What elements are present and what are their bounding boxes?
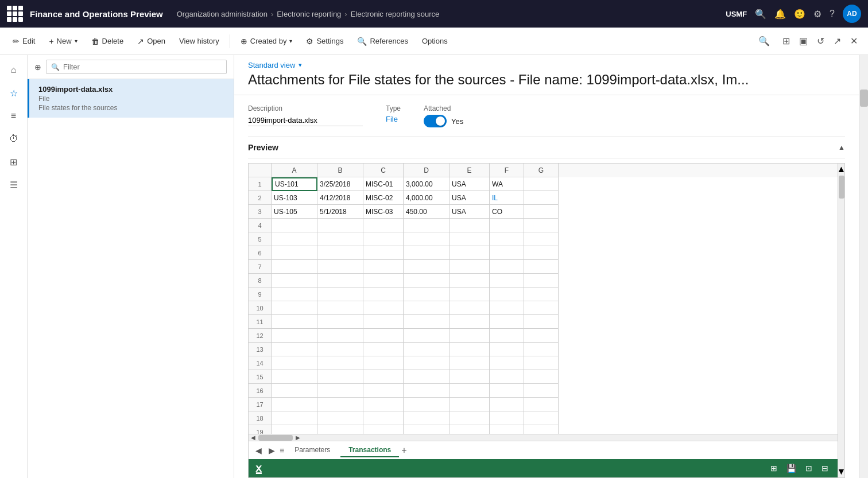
ss-cell[interactable] <box>490 232 524 246</box>
excel-expand-btn[interactable]: ⊡ <box>803 463 815 474</box>
right-scrollbar[interactable] <box>859 55 868 478</box>
ss-cell[interactable] <box>317 411 363 425</box>
ss-cell[interactable] <box>404 398 450 411</box>
ss-cell[interactable]: MISC-02 <box>363 191 404 205</box>
hscroll-right-btn[interactable]: ▶ <box>296 434 300 441</box>
ss-cell[interactable] <box>524 384 559 398</box>
ss-cell[interactable]: 3/25/2018 <box>317 177 363 191</box>
ss-cell[interactable] <box>524 287 559 301</box>
ss-cell[interactable]: MISC-03 <box>363 205 404 219</box>
ss-cell[interactable] <box>524 329 559 343</box>
ss-cell[interactable] <box>490 329 524 343</box>
ss-cell[interactable] <box>450 287 490 301</box>
ss-cell[interactable] <box>490 411 524 425</box>
ss-cell[interactable] <box>317 329 363 343</box>
smiley-icon[interactable]: 🙂 <box>794 9 805 20</box>
created-by-button[interactable]: ⊕ Created by ▾ <box>235 34 299 48</box>
sheet-tab-add-btn[interactable]: + <box>401 445 406 456</box>
ss-cell[interactable] <box>363 356 404 370</box>
ss-cell[interactable] <box>404 260 450 274</box>
ss-cell[interactable] <box>450 370 490 384</box>
type-value[interactable]: File <box>386 115 401 123</box>
ss-cell[interactable] <box>363 287 404 301</box>
col-header-C[interactable]: C <box>363 164 404 177</box>
ss-cell[interactable] <box>363 398 404 411</box>
ss-cell[interactable] <box>317 232 363 246</box>
right-scroll-thumb[interactable] <box>860 90 868 107</box>
ss-cell[interactable] <box>272 315 317 329</box>
attached-toggle[interactable] <box>424 115 447 127</box>
ss-cell[interactable] <box>317 287 363 301</box>
help-icon[interactable]: ? <box>830 9 835 19</box>
ss-cell[interactable] <box>524 425 559 434</box>
col-header-F[interactable]: F <box>490 164 524 177</box>
ss-cell[interactable] <box>363 232 404 246</box>
grid-icon[interactable]: ⊞ <box>3 151 24 172</box>
ss-cell[interactable] <box>363 343 404 356</box>
ss-cell[interactable] <box>363 274 404 287</box>
ss-cell[interactable] <box>404 356 450 370</box>
ss-cell[interactable] <box>404 370 450 384</box>
ss-cell[interactable] <box>450 356 490 370</box>
tasks-icon[interactable]: ☰ <box>3 174 24 195</box>
view-history-button[interactable]: View history <box>173 34 225 48</box>
ss-cell[interactable] <box>490 425 524 434</box>
sheet-nav-next-btn[interactable]: ▶ <box>266 445 277 456</box>
toolbar-search-button[interactable]: 🔍 <box>754 33 774 49</box>
ss-cell[interactable]: WA <box>490 177 524 191</box>
ss-cell[interactable] <box>524 177 559 191</box>
ss-cell[interactable] <box>272 398 317 411</box>
ss-cell[interactable] <box>317 398 363 411</box>
breadcrumb-item-1[interactable]: Organization administration <box>177 10 268 18</box>
col-header-E[interactable]: E <box>450 164 490 177</box>
breadcrumb-item-2[interactable]: Electronic reporting <box>277 10 341 18</box>
ss-cell[interactable] <box>404 219 450 232</box>
ss-cell[interactable] <box>317 301 363 315</box>
ss-cell[interactable] <box>524 411 559 425</box>
ss-cell[interactable] <box>404 343 450 356</box>
ss-cell[interactable] <box>524 343 559 356</box>
ss-cell[interactable] <box>272 384 317 398</box>
ss-cell[interactable] <box>450 425 490 434</box>
list-item[interactable]: 1099import-data.xlsx File File states fo… <box>28 79 234 118</box>
ss-cell[interactable] <box>490 274 524 287</box>
ss-cell[interactable] <box>524 356 559 370</box>
open-button[interactable]: ↗ Open <box>131 34 171 48</box>
hscroll-thumb[interactable] <box>258 435 293 441</box>
ss-cell[interactable] <box>524 260 559 274</box>
ss-cell[interactable] <box>317 274 363 287</box>
ss-cell[interactable] <box>404 329 450 343</box>
ss-cell[interactable] <box>317 219 363 232</box>
settings-button[interactable]: ⚙ Settings <box>300 34 349 48</box>
ss-cell[interactable] <box>363 329 404 343</box>
ss-cell[interactable] <box>490 260 524 274</box>
col-header-A[interactable]: A <box>272 164 317 177</box>
ss-cell[interactable] <box>450 329 490 343</box>
ss-cell[interactable] <box>524 246 559 260</box>
ss-vscroll[interactable]: ▲ ▼ <box>838 164 844 477</box>
ss-cell[interactable] <box>404 315 450 329</box>
ss-cell[interactable] <box>524 301 559 315</box>
ss-cell[interactable] <box>363 219 404 232</box>
edit-button[interactable]: ✏ Edit <box>7 34 41 48</box>
ss-cell[interactable] <box>490 301 524 315</box>
sheet-nav-prev-btn[interactable]: ◀ <box>253 445 264 456</box>
ss-cell[interactable] <box>450 384 490 398</box>
ss-cell[interactable] <box>272 370 317 384</box>
ss-cell[interactable] <box>272 425 317 434</box>
ss-cell[interactable]: USA <box>450 177 490 191</box>
ss-cell[interactable] <box>317 370 363 384</box>
ss-cell[interactable] <box>317 384 363 398</box>
ss-cell[interactable] <box>490 287 524 301</box>
ss-cell[interactable] <box>404 425 450 434</box>
ss-cell[interactable] <box>450 411 490 425</box>
panel-icon[interactable]: ▣ <box>796 33 811 49</box>
ss-cell[interactable]: MISC-01 <box>363 177 404 191</box>
ss-cell[interactable] <box>363 260 404 274</box>
ss-cell[interactable] <box>450 315 490 329</box>
excel-minimize-btn[interactable]: ⊟ <box>819 463 831 474</box>
col-header-D[interactable]: D <box>404 164 450 177</box>
ss-cell[interactable] <box>363 301 404 315</box>
ss-cell[interactable] <box>317 425 363 434</box>
gear-icon[interactable]: ⚙ <box>813 9 822 20</box>
